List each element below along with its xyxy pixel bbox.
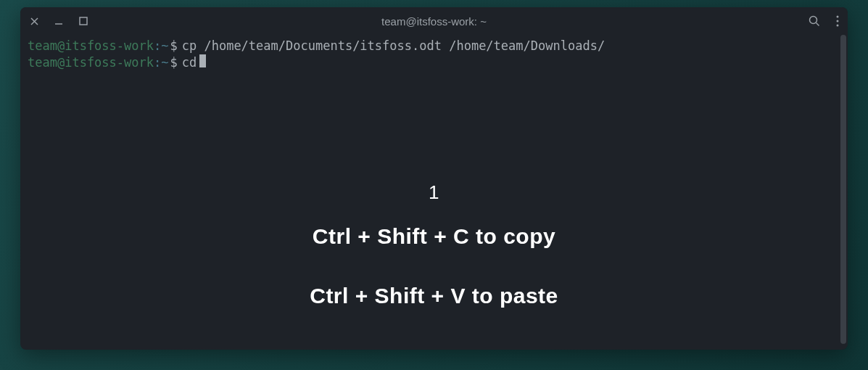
scrollbar[interactable] — [840, 35, 846, 344]
close-icon[interactable] — [29, 16, 39, 26]
titlebar: team@itsfoss-work: ~ — [20, 7, 848, 35]
prompt-user: team@itsfoss-work — [28, 38, 154, 54]
svg-line-5 — [817, 23, 819, 26]
maximize-icon[interactable] — [78, 16, 88, 26]
svg-point-8 — [837, 25, 839, 27]
svg-point-6 — [837, 16, 839, 18]
overlay-copy-tip: Ctrl + Shift + C to copy — [313, 222, 555, 252]
prompt-symbol: $ — [170, 38, 177, 54]
search-icon[interactable] — [809, 15, 820, 27]
terminal-line: team@itsfoss-work:~$cp /home/team/Docume… — [28, 38, 840, 54]
prompt-path: :~ — [154, 54, 168, 71]
menu-icon[interactable] — [836, 15, 839, 27]
prompt-user: team@itsfoss-work — [28, 54, 154, 71]
terminal-body[interactable]: team@itsfoss-work:~$cp /home/team/Docume… — [20, 35, 848, 350]
titlebar-right-controls — [809, 15, 839, 27]
svg-rect-3 — [80, 17, 87, 25]
minimize-icon[interactable] — [54, 16, 64, 26]
svg-point-7 — [837, 20, 839, 22]
overlay-number: 1 — [429, 180, 439, 205]
titlebar-left-controls — [29, 16, 88, 26]
overlay-paste-tip: Ctrl + Shift + V to paste — [310, 281, 558, 311]
prompt-symbol: $ — [170, 54, 177, 71]
cursor-icon — [199, 54, 206, 67]
svg-point-4 — [810, 17, 817, 24]
terminal-line: team@itsfoss-work:~$cd — [28, 54, 840, 71]
command-text: cp /home/team/Documents/itsfoss.odt /hom… — [182, 38, 605, 54]
terminal-window: team@itsfoss-work: ~ team@itsfoss-work:~… — [20, 7, 848, 350]
prompt-path: :~ — [154, 38, 168, 54]
command-text: cd — [182, 54, 197, 71]
window-title: team@itsfoss-work: ~ — [381, 15, 487, 28]
